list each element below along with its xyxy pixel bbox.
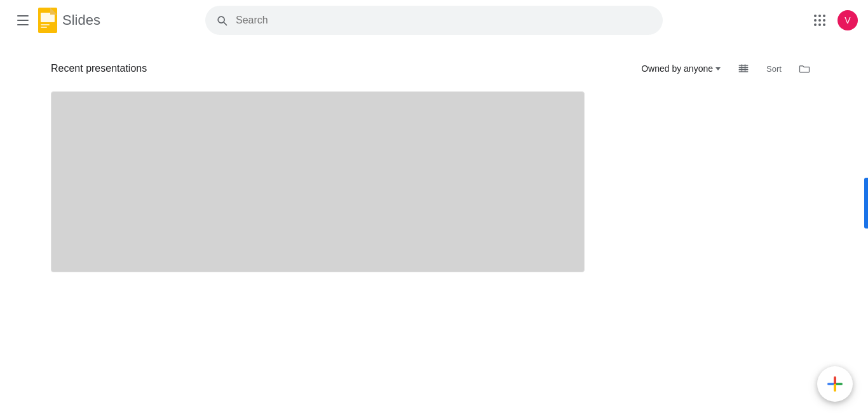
presentation-card[interactable] bbox=[51, 91, 585, 272]
google-apps-button[interactable] bbox=[807, 8, 832, 33]
folder-icon bbox=[798, 62, 811, 75]
hamburger-menu-button[interactable] bbox=[10, 8, 36, 33]
toolbar-right: Owned by anyone Sort bbox=[636, 56, 817, 81]
svg-rect-2 bbox=[41, 24, 50, 25]
open-file-picker-button[interactable] bbox=[792, 56, 817, 81]
svg-rect-3 bbox=[41, 27, 47, 28]
az-sort-icon: Sort bbox=[766, 64, 782, 74]
section-title: Recent presentations bbox=[51, 63, 147, 74]
right-sidebar-accent bbox=[864, 178, 868, 228]
search-icon bbox=[215, 14, 228, 27]
chevron-down-icon bbox=[715, 67, 721, 70]
plus-icon bbox=[827, 376, 843, 392]
avatar-letter: V bbox=[844, 15, 850, 25]
app-name: Slides bbox=[62, 12, 100, 29]
search-bar[interactable] bbox=[205, 6, 663, 35]
new-presentation-fab[interactable] bbox=[817, 366, 853, 402]
main-content: Recent presentations Owned by anyone bbox=[0, 41, 868, 288]
owned-by-label: Owned by anyone bbox=[641, 63, 713, 74]
list-view-icon bbox=[737, 62, 750, 75]
sort-button[interactable]: Sort bbox=[761, 56, 787, 81]
presentations-grid bbox=[51, 91, 817, 272]
svg-rect-5 bbox=[739, 67, 749, 69]
svg-rect-6 bbox=[739, 69, 749, 70]
toolbar-row: Recent presentations Owned by anyone bbox=[51, 56, 817, 81]
header: Slides V bbox=[0, 0, 868, 41]
hamburger-icon bbox=[17, 15, 29, 25]
header-right: V bbox=[807, 8, 858, 33]
search-input[interactable] bbox=[236, 15, 653, 26]
app-logo-link[interactable]: Slides bbox=[38, 8, 100, 33]
search-bar-container bbox=[205, 6, 663, 35]
grid-apps-icon bbox=[814, 15, 825, 26]
svg-rect-7 bbox=[739, 71, 749, 72]
owned-by-dropdown[interactable]: Owned by anyone bbox=[636, 60, 726, 77]
svg-rect-4 bbox=[739, 65, 749, 66]
presentation-thumbnail bbox=[51, 91, 585, 272]
list-view-button[interactable] bbox=[731, 56, 756, 81]
avatar[interactable]: V bbox=[837, 10, 858, 30]
slides-logo-icon bbox=[38, 8, 57, 33]
